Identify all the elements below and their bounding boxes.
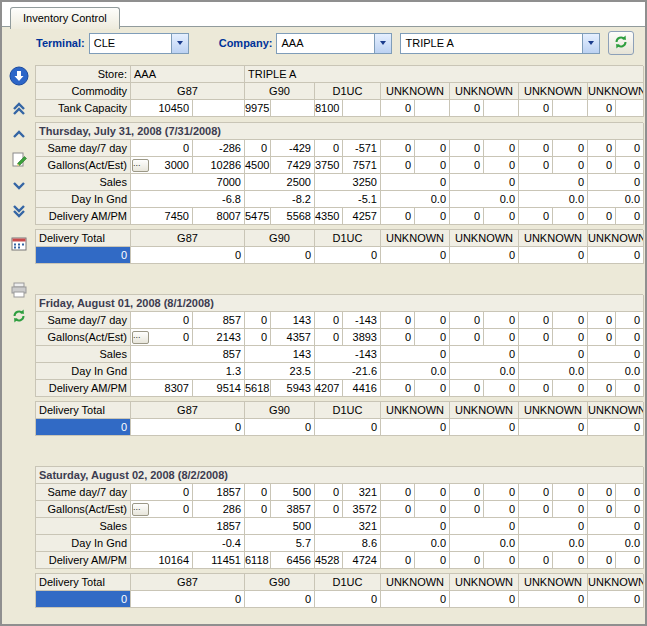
grid-cell[interactable]: 0 [616, 157, 644, 174]
grid-cell[interactable]: 500 [245, 518, 315, 535]
grid-cell[interactable]: 8100 [315, 100, 343, 117]
grid-cell[interactable]: 8007 [193, 208, 245, 225]
grid-cell[interactable]: 0 [553, 208, 588, 225]
grid-cell[interactable]: 0 [519, 591, 588, 608]
grid-cell[interactable]: 0 [450, 419, 519, 436]
grid-cell[interactable]: 5.7 [245, 535, 315, 552]
grid-cell[interactable]: 10164 [131, 552, 193, 569]
grid-cell[interactable]: 8.6 [315, 535, 381, 552]
page-down-button[interactable] [6, 201, 32, 225]
grid-cell[interactable]: -429 [271, 140, 315, 157]
gallons-ellipsis-button[interactable]: ... [132, 331, 149, 344]
grid-cell[interactable]: 0 [519, 329, 553, 346]
grid-cell[interactable]: 0 [553, 380, 588, 397]
grid-cell[interactable]: 857 [131, 346, 245, 363]
grid-cell[interactable]: 0 [381, 419, 450, 436]
grid-cell[interactable]: 4350 [315, 208, 343, 225]
grid-cell[interactable]: 0 [553, 552, 588, 569]
tab-inventory-control[interactable]: Inventory Control [10, 7, 120, 29]
grid-cell[interactable]: -21.6 [315, 363, 381, 380]
grid-cell[interactable]: 0 [553, 501, 588, 518]
grid-cell[interactable]: 0 [415, 329, 450, 346]
company-code-combobox[interactable]: AAA [276, 33, 392, 54]
grid-cell[interactable]: 0.0 [588, 191, 644, 208]
grid-cell[interactable]: 0 [245, 140, 271, 157]
grid-cell[interactable]: -143 [343, 312, 381, 329]
grid-cell[interactable]: 0 [519, 346, 588, 363]
grid-cell[interactable] [415, 100, 450, 117]
grid-cell[interactable]: 0.0 [450, 191, 519, 208]
grid-cell[interactable]: 0 [519, 140, 553, 157]
grid-cell[interactable]: 286 [193, 501, 245, 518]
grid-cell[interactable]: 0 [484, 140, 519, 157]
grid-cell[interactable]: 3250 [315, 174, 381, 191]
grid-cell[interactable]: 9975 [245, 100, 271, 117]
grid-cell[interactable]: 0 [553, 484, 588, 501]
grid-cell[interactable]: 0 [245, 247, 315, 264]
grid-cell[interactable]: 0 [381, 518, 450, 535]
grid-cell[interactable]: 0 [519, 484, 553, 501]
grid-cell[interactable] [271, 100, 315, 117]
grid-cell[interactable]: 0 [131, 484, 193, 501]
grid-cell[interactable]: 0 [553, 329, 588, 346]
terminal-dropdown-button[interactable] [171, 34, 188, 53]
grid-cell[interactable]: -5.1 [315, 191, 381, 208]
grid-cell[interactable]: 0 [588, 591, 644, 608]
grid-cell[interactable]: 0 [519, 208, 553, 225]
grid-cell[interactable]: 0.0 [519, 535, 588, 552]
grid-cell[interactable]: 7000 [131, 174, 245, 191]
print-button[interactable] [6, 279, 32, 303]
grid-cell[interactable]: 0 [450, 346, 519, 363]
grid-cell[interactable]: 0 [616, 208, 644, 225]
grid-cell[interactable]: 0 [315, 501, 343, 518]
grid-cell[interactable]: 0 [553, 157, 588, 174]
grid-cell[interactable]: 0 [616, 484, 644, 501]
grid-cell[interactable]: 0 [450, 552, 484, 569]
gallons-ellipsis-button[interactable]: ... [132, 503, 149, 516]
selected-cell[interactable]: 0 [36, 419, 131, 436]
grid-cell[interactable]: 0 [519, 247, 588, 264]
grid-cell[interactable]: 0 [484, 501, 519, 518]
grid-cell[interactable]: 0.0 [519, 363, 588, 380]
grid-cell[interactable]: 0 [450, 380, 484, 397]
grid-cell[interactable]: 0 [588, 380, 616, 397]
grid-cell[interactable] [553, 100, 588, 117]
grid-cell[interactable]: 0 [131, 591, 245, 608]
grid-cell[interactable]: 0 [553, 140, 588, 157]
grid-cell[interactable]: 0 [484, 312, 519, 329]
grid-cell[interactable] [484, 100, 519, 117]
grid-cell[interactable]: 0 [315, 247, 381, 264]
grid-cell[interactable]: 2143 [193, 329, 245, 346]
grid-cell[interactable]: 0 [588, 247, 644, 264]
grid-cell[interactable]: 0 [588, 552, 616, 569]
grid-cell[interactable]: 857 [193, 312, 245, 329]
grid-cell[interactable]: 0 [484, 380, 519, 397]
grid-cell[interactable]: 0 [616, 312, 644, 329]
grid-cell[interactable]: 0 [315, 419, 381, 436]
grid-cell[interactable]: 0.0 [450, 363, 519, 380]
calendar-button[interactable] [6, 233, 32, 257]
grid-cell[interactable]: 0 [381, 380, 415, 397]
grid-cell[interactable]: 143 [245, 346, 315, 363]
grid-cell[interactable]: 143 [271, 312, 315, 329]
grid-cell[interactable]: 0 [588, 419, 644, 436]
grid-cell[interactable]: 1.3 [131, 363, 245, 380]
grid-cell[interactable]: 0 [315, 329, 343, 346]
grid-cell[interactable]: 5943 [271, 380, 315, 397]
grid-cell[interactable]: 5568 [271, 208, 315, 225]
grid-cell[interactable]: 0 [519, 419, 588, 436]
grid-cell[interactable]: 3857 [271, 501, 315, 518]
grid-cell[interactable]: ...0 [131, 329, 193, 346]
grid-cell[interactable]: 0 [588, 312, 616, 329]
grid-cell[interactable]: 0 [415, 501, 450, 518]
grid-cell[interactable]: -571 [343, 140, 381, 157]
grid-cell[interactable]: 0 [245, 591, 315, 608]
grid-cell[interactable]: 5618 [245, 380, 271, 397]
page-up-button[interactable] [6, 97, 32, 121]
terminal-combobox[interactable]: CLE [89, 33, 189, 54]
grid-cell[interactable]: 0 [381, 208, 415, 225]
grid-cell[interactable]: 4357 [271, 329, 315, 346]
grid-cell[interactable]: 0 [315, 484, 343, 501]
grid-cell[interactable]: 0 [519, 174, 588, 191]
grid-cell[interactable]: 23.5 [245, 363, 315, 380]
